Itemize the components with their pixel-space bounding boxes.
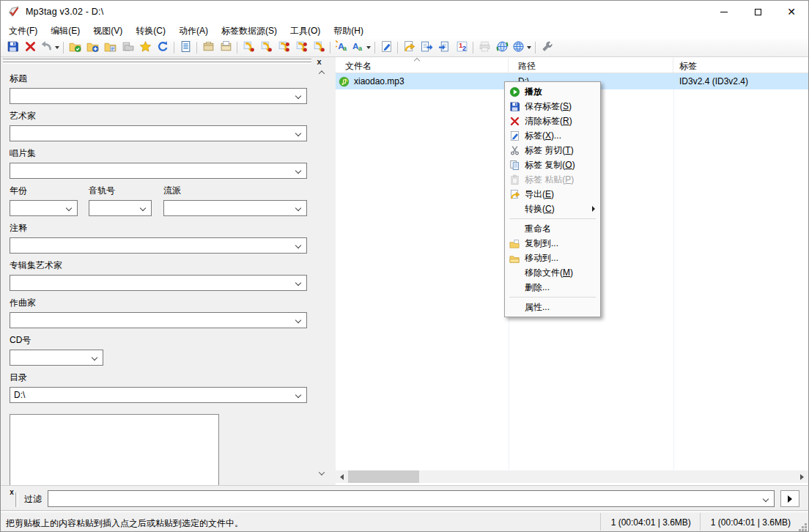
toolbar-save-tag-button[interactable] [4, 40, 21, 56]
track-combo[interactable] [89, 200, 152, 216]
wrench-icon [541, 40, 553, 56]
print-icon [479, 40, 491, 56]
context-menu-item-11[interactable]: 重命名 [505, 221, 600, 236]
toolbar-refresh-button[interactable] [155, 40, 171, 56]
star-icon [139, 40, 152, 56]
maximize-button[interactable] [741, 1, 775, 23]
tag-panel-grip[interactable] [3, 59, 311, 65]
filter-next-button[interactable] [780, 490, 799, 507]
toolbar-case-conversion-button[interactable]: Aa [333, 40, 350, 56]
context-menu-item-12[interactable]: 复制到... [505, 236, 600, 251]
toolbar-print-button[interactable] [476, 40, 492, 56]
toolbar-export-button[interactable] [401, 40, 417, 56]
menu-item-label: 移除文件(M) [525, 267, 573, 279]
directory-combo[interactable]: D:\ [10, 387, 307, 403]
context-menu-item-8[interactable]: 导出(E) [505, 187, 600, 202]
context-menu-item-5[interactable]: 标签 剪切(T) [505, 143, 600, 158]
context-menu-item-3[interactable]: 清除标签(R) [505, 114, 600, 128]
toolbar-tag-copy-button[interactable] [200, 40, 216, 56]
toolbar-convert-filename-tag-button[interactable] [258, 40, 274, 56]
menubar-item-4[interactable]: 转换(C) [129, 23, 172, 40]
toolbar-undo-button[interactable] [40, 40, 60, 56]
year-combo[interactable] [10, 200, 78, 216]
scroll-right-button[interactable] [796, 470, 808, 483]
menubar-item-3[interactable]: 视图(V) [86, 23, 129, 40]
toolbar-separator [196, 42, 197, 53]
toolbar-convert-tag-filename-button[interactable] [240, 40, 256, 56]
context-menu-item-17[interactable]: 属性... [505, 300, 600, 314]
context-menu-item-15[interactable]: 删除... [505, 280, 600, 295]
menubar-item-2[interactable]: 编辑(E) [44, 23, 86, 40]
status-hint: 把剪贴板上的内容粘贴到插入点之后或粘贴到选定的文件中。 [6, 517, 243, 530]
context-menu-item-4[interactable]: 标签(X)... [505, 128, 600, 143]
context-menu-item-9[interactable]: 转换(C) [505, 202, 600, 216]
column-header-2[interactable]: 路径 [509, 58, 673, 73]
toolbar-case-conversion-menu-button[interactable]: Aa [351, 40, 372, 56]
minimize-button[interactable] [707, 1, 741, 23]
album-combo[interactable] [10, 163, 307, 179]
composer-combo[interactable] [10, 312, 307, 328]
tag-panel-scrollbar[interactable] [316, 67, 328, 479]
title-combo[interactable] [10, 88, 307, 104]
comment-combo[interactable] [10, 237, 307, 254]
menu-icon-placeholder [509, 281, 521, 293]
toolbar-library-button[interactable] [119, 40, 136, 56]
mp3tag-logo-icon [7, 6, 20, 18]
toolbar-convert-filename-filename-button[interactable] [276, 40, 292, 56]
scrollbar-thumb[interactable] [348, 470, 419, 483]
toolbar-web-source-menu-button[interactable] [511, 40, 532, 56]
chevron-down-icon [66, 205, 72, 211]
toolbar-remove-tag-button[interactable] [22, 40, 38, 56]
menu-item-label: 复制到... [525, 237, 558, 250]
context-menu-item-13[interactable]: 移动到... [505, 251, 600, 265]
toolbar-extended-tags-button[interactable] [177, 40, 193, 56]
menubar-item-7[interactable]: 工具(O) [284, 23, 327, 40]
tag-copy-icon [202, 40, 215, 56]
doc-arrow-icon [421, 40, 433, 56]
genre-combo[interactable] [163, 200, 307, 216]
resize-grip[interactable] [805, 529, 807, 531]
toolbar-web-source-button[interactable] [494, 40, 510, 56]
context-menu-item-2[interactable]: 保存标签(S) [505, 99, 600, 114]
context-menu-item-14[interactable]: 移除文件(M) [505, 265, 600, 280]
menu-icon-placeholder [509, 203, 521, 215]
file-tag: ID3v2.4 (ID3v2.4) [673, 76, 808, 86]
scroll-down-button[interactable] [316, 468, 328, 479]
close-button[interactable]: ✕ [775, 1, 808, 23]
filter-input[interactable] [48, 490, 775, 507]
album-artist-combo[interactable] [10, 275, 307, 291]
column-header-1[interactable]: 文件名 [336, 58, 509, 73]
column-header-3[interactable]: 标签 [673, 58, 808, 73]
toolbar-convert-filename-to-tag-button[interactable] [418, 40, 435, 56]
toolbar-edit-tag-button[interactable] [378, 40, 394, 56]
horizontal-scrollbar[interactable] [336, 470, 808, 483]
context-menu-item-1[interactable]: 播放 [505, 84, 600, 99]
menubar-item-6[interactable]: 标签数据源(S) [215, 23, 284, 40]
artist-combo[interactable] [10, 125, 307, 141]
folder-add-icon [86, 40, 99, 56]
disc-combo[interactable] [10, 350, 103, 366]
context-menu-item-6[interactable]: 标签 复制(O) [505, 158, 600, 172]
toolbar-open-playlist-button[interactable] [102, 40, 118, 56]
menubar-item-8[interactable]: 帮助(H) [327, 23, 370, 40]
toolbar-convert-tag-to-filename-button[interactable] [436, 40, 452, 56]
toolbar-tag-paste-button[interactable] [218, 40, 234, 56]
toolbar-favorites-button[interactable] [137, 40, 153, 56]
paste-icon [509, 174, 521, 185]
menubar-item-5[interactable]: 动作(A) [172, 23, 215, 40]
toolbar-convert-textfile-tag-button[interactable] [293, 40, 309, 56]
toolbar-add-directory-button[interactable] [84, 40, 100, 56]
toolbar-options-button[interactable] [539, 40, 555, 56]
toolbar-separator [63, 42, 64, 53]
comment-label: 注释 [10, 222, 307, 234]
cover-art-box[interactable] [10, 414, 219, 487]
scroll-up-button[interactable] [316, 67, 328, 78]
menubar-item-1[interactable]: 文件(F) [2, 23, 44, 40]
panel-splitter[interactable] [329, 57, 336, 485]
scroll-left-button[interactable] [336, 470, 348, 483]
toolbar-separator [473, 42, 473, 53]
toolbar-convert-tag-tag-button[interactable] [311, 40, 327, 56]
tag-panel-close-button[interactable]: x [314, 57, 325, 67]
toolbar-change-directory-button[interactable] [67, 40, 83, 56]
toolbar-numbering-wizard-button[interactable]: 12 [454, 40, 470, 56]
